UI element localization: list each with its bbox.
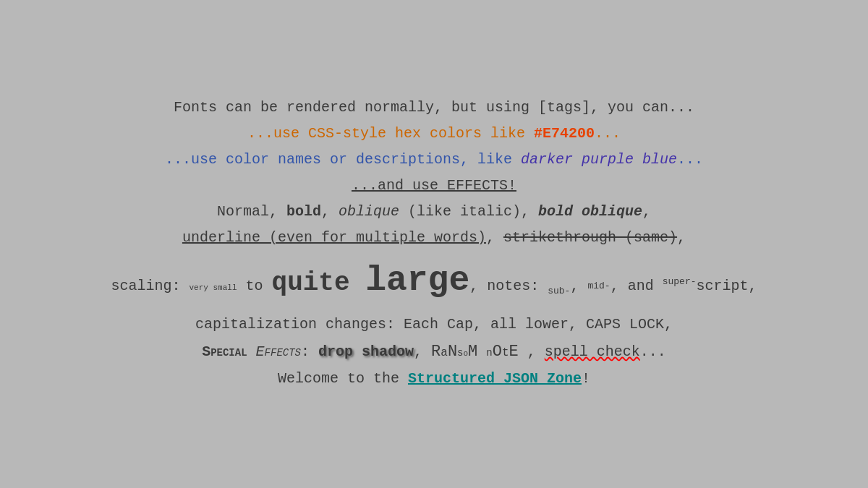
bold-demo: bold bbox=[286, 203, 321, 220]
line6-suffix: , bbox=[677, 229, 686, 246]
or-word: or bbox=[330, 151, 347, 168]
line4-text: ...and use EFFECTS! bbox=[352, 177, 516, 194]
all-lower-demo: all lower bbox=[490, 316, 569, 333]
line-5: Normal, bold, oblique (like italic), bol… bbox=[111, 200, 757, 224]
scaling-prefix: scaling: bbox=[111, 278, 189, 294]
scaling-suffix: , notes: bbox=[469, 278, 548, 294]
line9-suffix: ... bbox=[640, 343, 666, 360]
effects-demo: Effects bbox=[256, 343, 301, 360]
line3-prefix: ...use color names bbox=[165, 151, 330, 168]
special-demo: Special bbox=[202, 343, 247, 360]
cap-comma1: , bbox=[473, 316, 490, 333]
ransom-note-demo: RaNsoM nOtE bbox=[431, 343, 527, 360]
sub-demo: sub- bbox=[548, 286, 570, 296]
normal-text: Normal, bbox=[217, 203, 286, 220]
line5-middle: (like italic), bbox=[399, 203, 538, 220]
oblique-demo: oblique bbox=[339, 203, 399, 220]
line2-prefix: ...use CSS-style hex colors like bbox=[247, 125, 534, 142]
line-3: ...use color names or descriptions, like… bbox=[111, 147, 757, 172]
line-10: Welcome to the Structured JSON Zone! bbox=[111, 367, 757, 391]
line9-comma1: , bbox=[414, 343, 431, 360]
mid-demo: mid- bbox=[587, 281, 610, 291]
scaling-comma1: , bbox=[570, 278, 587, 294]
line-7: scaling: very small to quite large, note… bbox=[111, 252, 757, 311]
cap-suffix: , bbox=[664, 316, 673, 333]
super-demo: super- bbox=[663, 276, 697, 287]
caps-lock-demo: CAPS LOCK bbox=[586, 316, 664, 333]
line6-comma: , bbox=[486, 229, 503, 246]
drop-shadow-demo: drop shadow bbox=[318, 343, 414, 360]
line-8: capitalization changes: Each Cap, all lo… bbox=[111, 312, 757, 337]
strikethrough-demo: strikethrough (same) bbox=[503, 229, 677, 246]
script-text: script, bbox=[697, 278, 757, 294]
very-small-demo: very small bbox=[190, 283, 237, 292]
bold-oblique-demo: bold oblique bbox=[538, 203, 642, 220]
line1-text: Fonts can be rendered normally, but usin… bbox=[174, 99, 694, 116]
welcome-prefix: Welcome to the bbox=[278, 370, 408, 387]
cap-prefix: capitalization changes: bbox=[195, 316, 404, 333]
line9-comma2: , bbox=[527, 343, 545, 360]
main-content: Fonts can be rendered normally, but usin… bbox=[111, 95, 757, 393]
line9-space1 bbox=[247, 343, 256, 360]
line3-suffix: ... bbox=[677, 151, 703, 168]
structured-json-zone-link[interactable]: Structured JSON Zone bbox=[408, 370, 582, 387]
line5-suffix: , bbox=[642, 203, 651, 220]
scaling-to: to bbox=[237, 278, 272, 294]
line-4: ...and use EFFECTS! bbox=[111, 174, 757, 198]
welcome-suffix: ! bbox=[582, 370, 590, 387]
darker-purple-blue-text: darker purple blue bbox=[521, 151, 677, 168]
scaling-comma2: , and bbox=[610, 278, 663, 294]
underline-demo: underline (even for multiple words) bbox=[182, 229, 486, 246]
line3-middle: descriptions, like bbox=[347, 151, 521, 168]
line-2: ...use CSS-style hex colors like #E74200… bbox=[111, 121, 757, 146]
line-6: underline (even for multiple words), str… bbox=[111, 226, 757, 250]
line-1: Fonts can be rendered normally, but usin… bbox=[111, 95, 757, 120]
line9-colon: : bbox=[301, 343, 318, 360]
spell-check-demo: spell check bbox=[545, 343, 640, 360]
each-cap-demo: Each Cap bbox=[404, 316, 473, 333]
hex-color-value: #E74200 bbox=[534, 125, 595, 142]
line2-suffix: ... bbox=[595, 125, 621, 142]
large-demo: large bbox=[365, 261, 469, 300]
cap-comma2: , bbox=[569, 316, 586, 333]
line5-comma1: , bbox=[321, 203, 339, 220]
quite-large-demo: quite bbox=[272, 268, 366, 298]
line-9: Special Effects: drop shadow, RaNsoM nOt… bbox=[111, 338, 757, 365]
